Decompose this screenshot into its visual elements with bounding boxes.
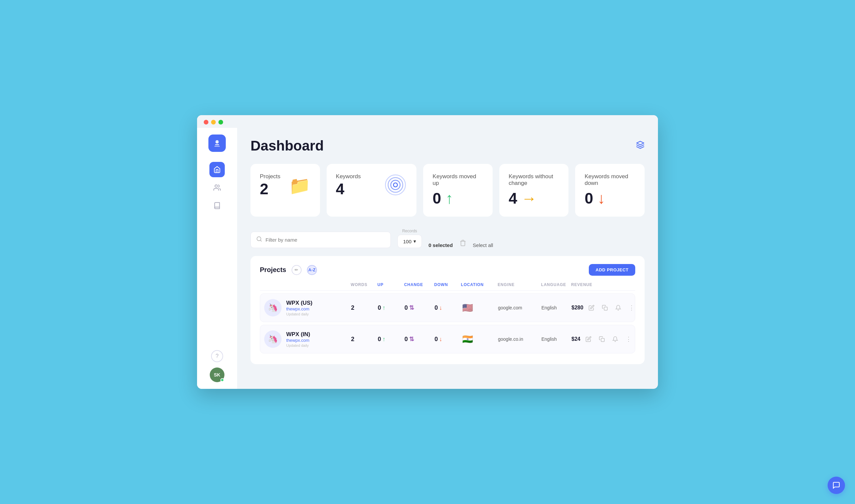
trash-icon[interactable] — [459, 240, 466, 248]
engine-wpx-us: google.com — [498, 305, 541, 310]
logo — [208, 134, 226, 152]
more-button-wpx-in[interactable]: ⋮ — [623, 334, 634, 344]
app-body: ? SK Dashboard — [197, 128, 658, 389]
col-header-up: UP — [378, 282, 404, 287]
stat-value-moved-up: 0 ↑ — [433, 189, 483, 207]
table-header-row: Projects ✏ A-Z ADD PROJECT — [260, 264, 635, 276]
table-row: 🦄 WPX (IN) thewpx.com Updated daily 2 0 … — [260, 325, 635, 354]
col-header-down: DOWN — [434, 282, 461, 287]
project-name-wpx-us: WPX (US) — [286, 300, 312, 306]
more-button-wpx-us[interactable]: ⋮ — [626, 302, 637, 313]
close-dot[interactable] — [204, 120, 208, 125]
change-arrows-wpx-in: ⇅ — [409, 336, 414, 343]
search-icon — [256, 236, 262, 244]
select-all-button[interactable]: Select all — [473, 242, 493, 248]
stat-card-projects: Projects 2 📁 — [250, 164, 320, 217]
avatar-online-dot — [221, 378, 224, 382]
chevron-down-icon: ▾ — [414, 238, 416, 244]
maximize-dot[interactable] — [219, 120, 223, 125]
col-header-location: LOCATION — [461, 282, 498, 287]
svg-marker-6 — [636, 141, 644, 145]
cell-change-wpx-us: 0 ⇅ — [404, 304, 435, 311]
project-info-wpx-us: 🦄 WPX (US) thewpx.com Updated daily — [264, 299, 351, 317]
add-project-button[interactable]: ADD PROJECT — [589, 264, 635, 276]
col-header-revenue: REVENUE — [571, 282, 631, 287]
col-header-words: WORDS — [351, 282, 378, 287]
search-box[interactable] — [250, 232, 391, 248]
nav-item-users[interactable] — [209, 180, 225, 195]
edit-icon-button[interactable]: ✏ — [292, 265, 301, 275]
svg-rect-13 — [604, 307, 607, 310]
project-name-wpx-in: WPX (IN) — [286, 331, 310, 338]
project-url-wpx-us[interactable]: thewpx.com — [286, 306, 312, 311]
stat-card-keywords: Keywords 4 — [327, 164, 417, 217]
bell-button-wpx-us[interactable] — [613, 302, 624, 313]
revenue-wpx-in: $24 — [572, 336, 580, 342]
flag-wpx-us: 🇺🇸 — [461, 301, 474, 314]
stat-card-no-change: Keywords without change 4 → — [499, 164, 569, 217]
project-updated-wpx-us: Updated daily — [286, 312, 312, 316]
main-content: Dashboard Projects 2 — [237, 128, 658, 389]
cell-up-wpx-in: 0 ↑ — [378, 336, 404, 343]
sidebar-bottom: ? SK — [210, 350, 224, 382]
search-input[interactable] — [265, 237, 385, 242]
engine-wpx-in: google.co.in — [498, 337, 541, 342]
titlebar — [197, 115, 658, 128]
stat-card-moved-up: Keywords moved up 0 ↑ — [423, 164, 493, 217]
sidebar: ? SK — [197, 128, 237, 389]
selected-count: 0 selected — [429, 242, 453, 248]
row-actions-wpx-in: $24 ⋮ — [572, 334, 634, 344]
cell-change-wpx-in: 0 ⇅ — [404, 336, 435, 343]
down-arrow-wpx-us: ↓ — [439, 304, 442, 311]
nav-item-home[interactable] — [209, 162, 225, 177]
project-url-wpx-in[interactable]: thewpx.com — [286, 338, 310, 343]
az-sort-button[interactable]: A-Z — [307, 265, 317, 275]
cell-up-wpx-us: 0 ↑ — [378, 304, 404, 311]
nav-item-book[interactable] — [209, 198, 225, 213]
svg-point-3 — [215, 141, 216, 142]
edit-button-wpx-in[interactable] — [583, 334, 594, 344]
svg-rect-14 — [601, 339, 604, 342]
up-arrow-wpx-in: ↑ — [382, 336, 385, 343]
copy-button-wpx-in[interactable] — [596, 334, 607, 344]
svg-rect-2 — [214, 146, 220, 147]
stat-label-no-change: Keywords without change — [509, 173, 559, 186]
copy-button-wpx-us[interactable] — [599, 302, 610, 313]
flag-wpx-in: 🇮🇳 — [461, 333, 474, 345]
right-arrow-icon: → — [521, 190, 537, 207]
table-row: 🦄 WPX (US) thewpx.com Updated daily 2 0 … — [260, 293, 635, 322]
page-header: Dashboard — [250, 138, 645, 154]
stat-value-keywords: 4 — [336, 180, 361, 198]
cell-down-wpx-us: 0 ↓ — [435, 304, 461, 311]
svg-point-9 — [391, 180, 400, 190]
toolbar: Records 100 ▾ 0 selected Select all — [250, 229, 645, 248]
page-title: Dashboard — [250, 138, 324, 154]
help-icon[interactable]: ? — [211, 350, 223, 362]
stat-label-moved-up: Keywords moved up — [433, 173, 483, 186]
svg-point-8 — [388, 178, 403, 192]
project-avatar-wpx-in: 🦄 — [264, 330, 282, 348]
minimize-dot[interactable] — [211, 120, 216, 125]
edit-button-wpx-us[interactable] — [586, 302, 597, 313]
col-header-language: LANGUAGE — [541, 282, 571, 287]
avatar[interactable]: SK — [210, 367, 224, 382]
records-select[interactable]: 100 ▾ — [398, 235, 422, 248]
project-updated-wpx-in: Updated daily — [286, 343, 310, 347]
svg-point-4 — [218, 141, 219, 142]
project-avatar-wpx-us: 🦄 — [264, 299, 282, 317]
up-arrow-wpx-us: ↑ — [382, 304, 385, 311]
svg-rect-1 — [215, 144, 219, 145]
cell-words-wpx-us: 2 — [351, 304, 378, 311]
records-wrapper: Records 100 ▾ — [398, 229, 422, 248]
folder-icon: 📁 — [289, 176, 311, 196]
chat-bubble[interactable] — [827, 476, 845, 494]
bell-button-wpx-in[interactable] — [610, 334, 621, 344]
row-actions-wpx-us: $280 ⋮ — [572, 302, 637, 313]
language-wpx-us: English — [541, 305, 572, 310]
stat-label-moved-down: Keywords moved down — [584, 173, 635, 186]
col-header-change: CHANGE — [404, 282, 434, 287]
stat-label-keywords: Keywords — [336, 173, 361, 180]
projects-table: Projects ✏ A-Z ADD PROJECT WORDS UP CHAN… — [250, 256, 645, 364]
stat-card-moved-down: Keywords moved down 0 ↓ — [575, 164, 645, 217]
layers-icon[interactable] — [636, 138, 645, 151]
